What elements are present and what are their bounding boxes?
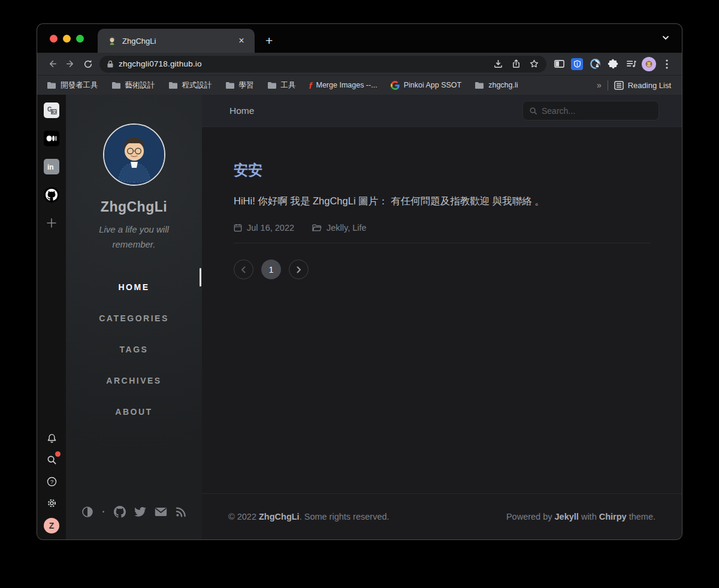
rss-link-icon[interactable] bbox=[176, 506, 186, 517]
bitwarden-extension-icon[interactable] bbox=[568, 56, 586, 73]
privacy-lock-extension-icon[interactable] bbox=[586, 56, 604, 73]
bookmark-folder[interactable]: 程式設計 bbox=[168, 80, 212, 91]
split-view-extension-icon[interactable] bbox=[550, 56, 568, 73]
url-text[interactable]: zhgchgli0718.github.io bbox=[119, 59, 489, 68]
bookmark-folder[interactable]: 開發者工具 bbox=[47, 80, 98, 91]
theme-contrast-toggle-icon[interactable] bbox=[81, 506, 93, 518]
settings-gear-icon[interactable] bbox=[44, 496, 59, 510]
active-nav-indicator bbox=[200, 268, 201, 287]
sidebar-item-home[interactable]: HOME bbox=[66, 272, 202, 303]
current-page-button[interactable]: 1 bbox=[261, 260, 281, 279]
post-meta: Jul 16, 2022 Jeklly, Life bbox=[234, 223, 650, 233]
folder-icon bbox=[47, 82, 56, 89]
add-app-plus-icon[interactable] bbox=[44, 215, 59, 231]
address-bar[interactable]: zhgchgli0718.github.io bbox=[99, 56, 546, 73]
page-content: G文 in ? bbox=[37, 95, 682, 539]
strip-bottom-tools: ? Z bbox=[44, 424, 59, 533]
tab-strip: ZhgChgLi × + bbox=[37, 24, 682, 53]
bookmark-folder[interactable]: 工具 bbox=[267, 80, 296, 91]
svg-text:?: ? bbox=[50, 478, 53, 484]
categories-folder-icon bbox=[312, 224, 322, 232]
jekyll-link[interactable]: Jekyll bbox=[555, 512, 579, 521]
browser-window: ZhgChgLi × + zhgchgli0718.github.io bbox=[37, 24, 682, 539]
bookmark-folder[interactable]: 藝術設計 bbox=[111, 80, 155, 91]
post-divider bbox=[234, 243, 650, 243]
tab-close-icon[interactable]: × bbox=[235, 35, 247, 47]
breadcrumb[interactable]: Home bbox=[229, 105, 254, 116]
powered-by-text: Powered by Jekyll with Chirpy theme. bbox=[506, 512, 655, 521]
previous-page-button[interactable] bbox=[234, 260, 253, 279]
notification-badge bbox=[55, 451, 61, 457]
window-controls bbox=[50, 35, 84, 43]
twitter-link-icon[interactable] bbox=[134, 507, 146, 517]
svg-text:文: 文 bbox=[52, 109, 56, 114]
bookmark-link[interactable]: Pinkoi App SSOT bbox=[391, 81, 462, 90]
sidebar-nav: HOME CATEGORIES TAGS ARCHIVES ABOUT bbox=[66, 272, 202, 427]
browser-toolbar: zhgchgli0718.github.io bbox=[37, 53, 682, 75]
bookmark-folder[interactable]: zhgchg.li bbox=[475, 81, 518, 89]
new-tab-button[interactable]: + bbox=[265, 34, 273, 48]
profile-photo[interactable] bbox=[103, 123, 165, 186]
back-icon[interactable] bbox=[43, 56, 61, 73]
reading-list-button[interactable]: Reading List bbox=[614, 81, 671, 90]
github-icon[interactable] bbox=[44, 187, 59, 203]
bookmarks-separator bbox=[608, 80, 608, 91]
browser-menu-kebab-icon[interactable] bbox=[658, 56, 676, 73]
bookmarks-overflow-chevron[interactable]: » bbox=[597, 80, 602, 90]
lock-icon bbox=[107, 60, 114, 68]
blog-main: Home 安安 HiHi! 你好啊 我是 ZhgChgLi 圖片： 有任何問題及… bbox=[202, 95, 682, 539]
downloads-icon[interactable] bbox=[489, 56, 507, 73]
linkedin-icon[interactable]: in bbox=[44, 159, 59, 174]
zoom-window-button[interactable] bbox=[76, 35, 84, 43]
bookmark-link[interactable]: f Merge Images --... bbox=[309, 81, 377, 90]
copyright-text: © 2022 ZhgChgLi. Some rights reserved. bbox=[228, 512, 389, 521]
folder-icon bbox=[268, 82, 276, 89]
next-page-button[interactable] bbox=[289, 260, 309, 279]
medium-icon[interactable] bbox=[44, 131, 59, 146]
tab-favicon bbox=[107, 36, 117, 46]
post-excerpt: HiHi! 你好啊 我是 ZhgChgLi 圖片： 有任何問題及指教歡迎 與我聯… bbox=[234, 193, 650, 209]
close-window-button[interactable] bbox=[50, 35, 58, 43]
site-topbar: Home bbox=[202, 95, 682, 127]
bookmark-star-icon[interactable] bbox=[525, 56, 543, 73]
blog-sidebar: ZhgChgLi Live a life you will remember. … bbox=[66, 95, 202, 539]
email-link-icon[interactable] bbox=[155, 507, 167, 517]
google-translate-icon[interactable]: G文 bbox=[44, 102, 59, 118]
reload-icon[interactable] bbox=[79, 56, 97, 73]
post-categories[interactable]: Jeklly, Life bbox=[327, 223, 367, 233]
search-input[interactable] bbox=[542, 106, 644, 116]
extensions-puzzle-icon[interactable] bbox=[604, 56, 622, 73]
minimize-window-button[interactable] bbox=[63, 35, 71, 43]
sidebar-item-tags[interactable]: TAGS bbox=[66, 334, 202, 365]
browser-tab[interactable]: ZhgChgLi × bbox=[98, 29, 255, 53]
site-search[interactable] bbox=[522, 101, 659, 120]
svg-text:in: in bbox=[47, 163, 54, 171]
tab-search-chevron-icon[interactable] bbox=[661, 34, 670, 42]
notifications-bell-icon[interactable] bbox=[44, 431, 59, 445]
footer-site-link[interactable]: ZhgChgLi bbox=[259, 512, 300, 521]
site-title[interactable]: ZhgChgLi bbox=[101, 199, 167, 215]
site-tagline: Live a life you will remember. bbox=[89, 222, 179, 252]
app-sidebar-strip: G文 in ? bbox=[37, 95, 66, 539]
folder-icon bbox=[169, 82, 177, 89]
sidebar-item-archives[interactable]: ARCHIVES bbox=[66, 365, 202, 396]
bookmark-folder[interactable]: 學習 bbox=[225, 80, 254, 91]
post-title-link[interactable]: 安安 bbox=[234, 161, 650, 180]
forward-icon[interactable] bbox=[61, 56, 79, 73]
sidebar-item-about[interactable]: ABOUT bbox=[66, 396, 202, 427]
fontawesome-f-icon: f bbox=[309, 81, 312, 90]
google-g-icon bbox=[391, 81, 400, 90]
playlist-extension-icon[interactable] bbox=[622, 56, 640, 73]
help-icon[interactable]: ? bbox=[44, 474, 59, 489]
pagination: 1 bbox=[234, 260, 650, 279]
post-date: Jul 16, 2022 bbox=[247, 223, 294, 233]
sidebar-item-categories[interactable]: CATEGORIES bbox=[66, 303, 202, 334]
strip-search-icon[interactable] bbox=[44, 453, 59, 467]
user-avatar[interactable]: Z bbox=[44, 518, 59, 533]
chirpy-link[interactable]: Chirpy bbox=[599, 512, 627, 521]
profile-avatar[interactable] bbox=[640, 56, 658, 73]
calendar-icon bbox=[234, 224, 242, 232]
github-link-icon[interactable] bbox=[114, 506, 126, 518]
share-icon[interactable] bbox=[507, 56, 525, 73]
sidebar-social-links: · bbox=[66, 506, 202, 518]
